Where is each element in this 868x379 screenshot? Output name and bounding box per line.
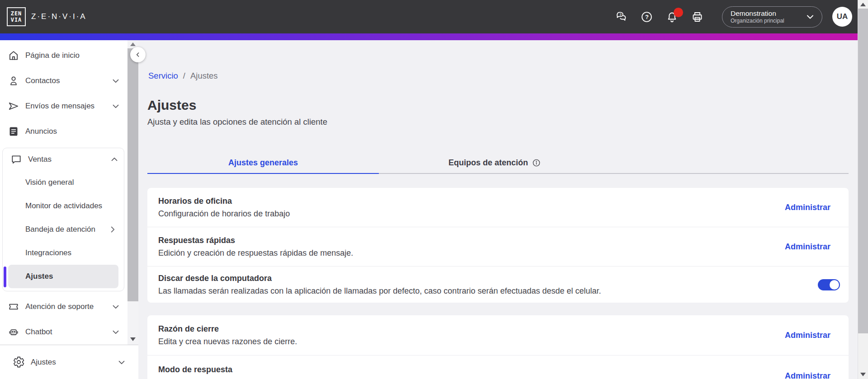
setting-description: Configuración de horarios de trabajo: [158, 209, 767, 219]
brand-gradient-bar: [0, 33, 858, 40]
chevron-right-icon: [108, 225, 118, 234]
setting-title: Respuestas rápidas: [158, 236, 767, 245]
logo-row-2: VIA: [11, 17, 22, 23]
sidebar: Página de inicio Contactos Envíos de men…: [0, 40, 138, 379]
breadcrumb-separator: /: [183, 71, 185, 81]
scroll-up-arrow[interactable]: [860, 3, 866, 6]
tab-label: Ajustes generales: [228, 158, 298, 168]
sidebar-item-atencion-de-soporte[interactable]: Atención de soporte: [0, 294, 127, 319]
setting-description: Edición y creación de respuestas rápidas…: [158, 248, 767, 258]
tab-bar: Ajustes generales Equipos de atención: [147, 152, 849, 174]
sidebar-subitem-label: Integraciones: [25, 248, 71, 257]
notifications-icon[interactable]: [666, 11, 678, 23]
chevron-left-icon: [134, 51, 142, 58]
setting-description: Edita y crea nuevas razones de cierre.: [158, 337, 767, 346]
administrar-link[interactable]: Administrar: [785, 242, 830, 252]
chevron-down-icon: [111, 76, 121, 86]
setting-title: Horarios de oficina: [158, 197, 767, 206]
chat-help-icon[interactable]: ?: [615, 11, 627, 23]
sidebar-item-envios-de-mensajes[interactable]: Envíos de mensajes: [0, 94, 127, 119]
gear-icon: [13, 356, 25, 368]
chat-bubble-icon: [10, 154, 22, 165]
ticket-icon: [8, 301, 19, 313]
sidebar-item-ajustes-bottom[interactable]: Ajustes: [0, 345, 138, 379]
sidebar-subitem-monitor-de-actividades[interactable]: Monitor de actividades: [3, 194, 124, 218]
sidebar-item-chatbot[interactable]: Chatbot: [0, 319, 127, 345]
scroll-up-arrow[interactable]: [130, 42, 136, 46]
sidebar-item-pagina-de-inicio[interactable]: Página de inicio: [0, 43, 127, 68]
page-scrollbar-thumb[interactable]: [858, 9, 868, 333]
tab-equipos-de-atencion[interactable]: Equipos de atención: [379, 152, 610, 173]
scroll-down-arrow[interactable]: [860, 373, 866, 376]
breadcrumb-current: Ajustes: [190, 71, 218, 81]
sidebar-item-label: Ventas: [28, 155, 52, 164]
setting-title: Discar desde la computadora: [158, 274, 800, 283]
setting-row-modo-de-respuesta: Modo de respuesta Administrar: [147, 356, 849, 379]
sidebar-subitem-vision-general[interactable]: Visión general: [3, 171, 124, 194]
svg-text:?: ?: [619, 12, 622, 16]
tab-ajustes-generales[interactable]: Ajustes generales: [147, 152, 379, 173]
sidebar-item-label: Página de inicio: [25, 51, 80, 60]
robot-icon: [8, 326, 19, 338]
news-icon: [8, 126, 19, 137]
info-icon[interactable]: [532, 159, 541, 167]
setting-row-horarios-de-oficina: Horarios de oficina Configuración de hor…: [147, 188, 849, 227]
sidebar-item-label: Ajustes: [31, 358, 56, 367]
administrar-link[interactable]: Administrar: [785, 203, 830, 212]
sidebar-item-ventas[interactable]: Ventas: [3, 148, 124, 171]
sidebar-item-label: Atención de soporte: [25, 302, 94, 311]
user-avatar[interactable]: UA: [832, 7, 852, 27]
setting-row-razon-de-cierre: Razón de cierre Edita y crea nuevas razo…: [147, 315, 849, 355]
chevron-up-icon: [109, 154, 119, 164]
administrar-link[interactable]: Administrar: [785, 331, 830, 340]
sidebar-group-ventas: Ventas Visión general Monitor de activid…: [2, 148, 124, 291]
print-icon[interactable]: [691, 11, 703, 23]
send-icon: [8, 100, 19, 112]
setting-row-discar-desde-la-computadora: Discar desde la computadora Las llamadas…: [147, 267, 849, 303]
administrar-link[interactable]: Administrar: [785, 371, 830, 379]
sidebar-subitem-ajustes[interactable]: Ajustes: [8, 265, 118, 288]
svg-text:?: ?: [645, 14, 649, 20]
page-title: Ajustes: [147, 98, 849, 113]
scroll-down-arrow[interactable]: [130, 337, 136, 341]
sidebar-item-anuncios[interactable]: Anuncios: [0, 119, 127, 144]
sidebar-subitem-label: Ajustes: [25, 272, 53, 281]
toggle-knob: [830, 280, 839, 290]
sidebar-scrollbar-thumb[interactable]: [127, 48, 138, 301]
chevron-down-icon: [111, 327, 121, 337]
help-icon[interactable]: ?: [641, 11, 653, 23]
chevron-down-icon: [111, 302, 121, 312]
sidebar-scroll-area: Página de inicio Contactos Envíos de men…: [0, 40, 127, 345]
sidebar-item-label: Chatbot: [25, 328, 52, 337]
chevron-down-icon: [111, 101, 121, 111]
sidebar-scrollbar[interactable]: [127, 40, 138, 345]
organization-selector[interactable]: Demonstration Organización principal: [722, 6, 822, 28]
zenvia-logo-icon: ZEN VIA: [7, 7, 26, 26]
logo-row-1: ZEN: [11, 11, 22, 17]
setting-title: Razón de cierre: [158, 324, 767, 334]
sidebar-subitem-label: Visión general: [25, 178, 74, 187]
dial-from-computer-toggle[interactable]: [818, 279, 840, 290]
person-icon: [8, 75, 19, 87]
main-content: Servicio / Ajustes Ajustes Ajusta y edit…: [138, 40, 858, 379]
tab-label: Equipos de atención: [448, 158, 528, 168]
sidebar-subitem-label: Bandeja de atención: [25, 225, 95, 234]
sidebar-item-label: Contactos: [25, 76, 60, 85]
sidebar-subitem-integraciones[interactable]: Integraciones: [3, 241, 124, 265]
breadcrumb-link-servicio[interactable]: Servicio: [148, 71, 178, 81]
settings-card-2: Razón de cierre Edita y crea nuevas razo…: [147, 315, 849, 379]
breadcrumb: Servicio / Ajustes: [147, 71, 849, 81]
sidebar-item-contactos[interactable]: Contactos: [0, 68, 127, 94]
notification-badge: [674, 8, 683, 17]
sidebar-subitem-label: Monitor de actividades: [25, 201, 102, 211]
sidebar-collapse-button[interactable]: [130, 47, 146, 62]
settings-card-1: Horarios de oficina Configuración de hor…: [147, 188, 849, 303]
organization-subtitle: Organización principal: [731, 18, 805, 24]
home-icon: [8, 50, 19, 61]
sidebar-item-label: Anuncios: [25, 127, 57, 136]
chevron-down-icon: [117, 357, 127, 367]
sidebar-subitem-bandeja-de-atencion[interactable]: Bandeja de atención: [3, 218, 124, 241]
brand-wordmark: Z·E·N·V·I·A: [31, 12, 87, 21]
setting-row-respuestas-rapidas: Respuestas rápidas Edición y creación de…: [147, 227, 849, 266]
page-scrollbar[interactable]: [858, 0, 868, 379]
